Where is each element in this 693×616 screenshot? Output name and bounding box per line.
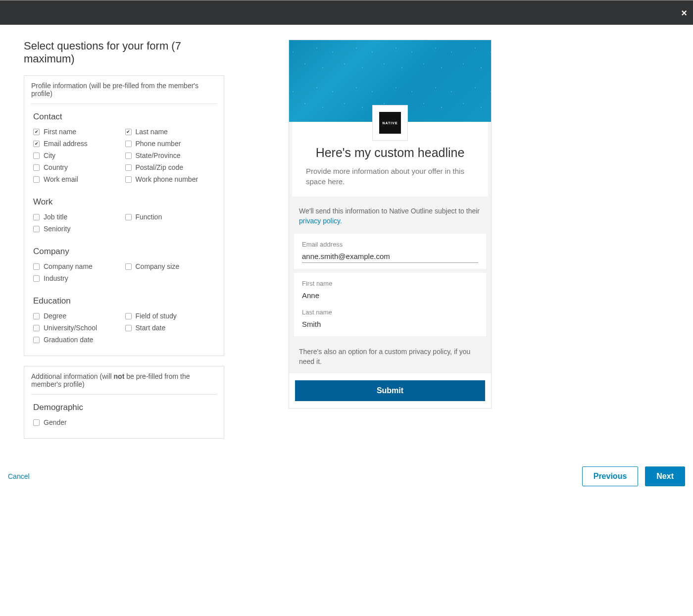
checkbox[interactable]	[33, 141, 40, 147]
checkbox[interactable]	[125, 176, 132, 183]
checkbox[interactable]	[125, 263, 132, 270]
preview-note: There's also an option for a custom priv…	[289, 340, 491, 373]
close-icon[interactable]: ×	[681, 7, 687, 19]
checkbox[interactable]	[125, 313, 132, 319]
checkbox-label: First name	[44, 128, 76, 136]
checkbox-option[interactable]: Gender	[33, 418, 125, 426]
field-label: Email address	[302, 241, 478, 248]
section-title: Demographic	[33, 403, 217, 412]
section-title: Contact	[33, 112, 217, 122]
preview-headline: Here's my custom headline	[306, 146, 474, 160]
checkbox[interactable]	[33, 263, 40, 270]
checkbox-option[interactable]: City	[33, 152, 125, 159]
checkbox-option[interactable]: Seniority	[33, 225, 125, 233]
checkbox[interactable]	[125, 153, 132, 159]
privacy-policy-link[interactable]: privacy policy.	[299, 217, 342, 225]
checkbox[interactable]	[125, 325, 132, 331]
checkbox-option[interactable]: University/School	[33, 324, 125, 332]
checkbox[interactable]	[33, 226, 40, 232]
field-label: First name	[302, 280, 478, 287]
checkbox-option[interactable]: Graduation date	[33, 336, 125, 344]
checkbox[interactable]	[125, 129, 132, 135]
checkbox-option[interactable]: Work email	[33, 175, 125, 183]
checkbox-label: Company size	[136, 262, 180, 270]
section-title: Company	[33, 247, 217, 257]
checkbox-label: Degree	[44, 312, 66, 320]
submit-button[interactable]: Submit	[295, 380, 485, 401]
checkbox-label: Seniority	[44, 225, 70, 233]
checkbox[interactable]	[33, 325, 40, 331]
field-value[interactable]: Anne	[302, 291, 478, 302]
checkbox[interactable]	[33, 129, 40, 135]
field-value[interactable]: anne.smith@example.com	[302, 252, 478, 263]
checkbox-label: Gender	[44, 418, 67, 426]
checkbox[interactable]	[33, 153, 40, 159]
checkbox-option[interactable]: First name	[33, 128, 125, 136]
checkbox-option[interactable]: Last name	[125, 128, 217, 136]
checkbox-option[interactable]: Email address	[33, 140, 125, 148]
checkbox[interactable]	[33, 313, 40, 319]
preview-hero: NATIVE	[289, 40, 491, 122]
checkbox[interactable]	[33, 176, 40, 183]
checkbox-label: Function	[136, 213, 162, 221]
cancel-link[interactable]: Cancel	[8, 472, 30, 480]
checkbox-label: State/Province	[136, 152, 181, 159]
footer: Cancel Previous Next	[0, 459, 693, 494]
checkbox-label: Start date	[136, 324, 166, 332]
card-heading: Additional information (will not be pre-…	[31, 372, 217, 395]
checkbox-option[interactable]: Field of study	[125, 312, 217, 320]
checkbox-label: Job title	[44, 213, 67, 221]
checkbox-option[interactable]: Company size	[125, 262, 217, 270]
checkbox-option[interactable]: Function	[125, 213, 217, 221]
checkbox[interactable]	[125, 214, 132, 220]
preview-field: Email addressanne.smith@example.com	[294, 234, 486, 269]
checkbox-label: Phone number	[136, 140, 181, 148]
checkbox[interactable]	[33, 214, 40, 220]
preview-disclosure: We'll send this information to Native Ou…	[289, 197, 491, 234]
preview-field-group: First nameAnneLast nameSmith	[294, 273, 486, 336]
checkbox-label: Industry	[44, 274, 68, 282]
additional-info-card: Additional information (will not be pre-…	[24, 366, 224, 439]
checkbox[interactable]	[125, 164, 132, 171]
checkbox-label: Last name	[136, 128, 168, 136]
checkbox-label: University/School	[44, 324, 97, 332]
profile-info-card: Profile information (will be pre-filled …	[24, 75, 224, 356]
previous-button[interactable]: Previous	[582, 466, 639, 486]
next-button[interactable]: Next	[645, 466, 685, 486]
preview-subtext: Provide more information about your offe…	[306, 166, 474, 187]
checkbox-label: Field of study	[136, 312, 177, 320]
checkbox-label: Work email	[44, 175, 78, 183]
checkbox[interactable]	[33, 275, 40, 282]
checkbox-option[interactable]: Company name	[33, 262, 125, 270]
checkbox-option[interactable]: Country	[33, 163, 125, 171]
section-title: Work	[33, 197, 217, 207]
checkbox[interactable]	[33, 164, 40, 171]
top-bar: ×	[0, 0, 693, 25]
checkbox-option[interactable]: Work phone number	[125, 175, 217, 183]
field-value[interactable]: Smith	[302, 320, 478, 330]
checkbox-option[interactable]: State/Province	[125, 152, 217, 159]
checkbox-label: Graduation date	[44, 336, 93, 344]
checkbox-label: Work phone number	[136, 175, 198, 183]
card-heading: Profile information (will be pre-filled …	[31, 82, 217, 104]
form-preview: NATIVE Here's my custom headline Provide…	[289, 40, 492, 409]
page-title: Select questions for your form (7 maximu…	[24, 40, 224, 65]
checkbox-label: Company name	[44, 262, 93, 270]
checkbox-label: Country	[44, 163, 68, 171]
checkbox[interactable]	[33, 337, 40, 343]
checkbox[interactable]	[125, 141, 132, 147]
field-label: Last name	[302, 308, 478, 316]
checkbox-label: City	[44, 152, 55, 159]
company-logo: NATIVE	[372, 105, 408, 141]
checkbox-option[interactable]: Start date	[125, 324, 217, 332]
section-title: Education	[33, 296, 217, 306]
checkbox-label: Email address	[44, 140, 88, 148]
checkbox[interactable]	[33, 419, 40, 426]
checkbox-option[interactable]: Industry	[33, 274, 125, 282]
checkbox-label: Postal/Zip code	[136, 163, 184, 171]
checkbox-option[interactable]: Phone number	[125, 140, 217, 148]
checkbox-option[interactable]: Postal/Zip code	[125, 163, 217, 171]
checkbox-option[interactable]: Job title	[33, 213, 125, 221]
checkbox-option[interactable]: Degree	[33, 312, 125, 320]
